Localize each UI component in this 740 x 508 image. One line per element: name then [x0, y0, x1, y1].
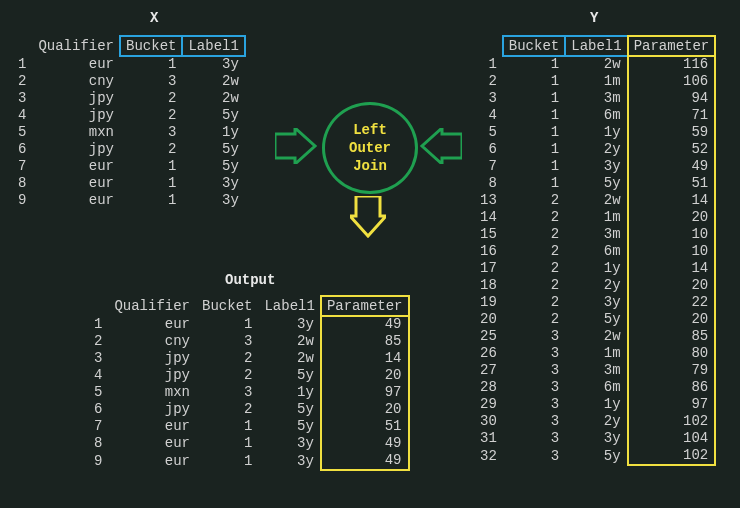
table-row: 1822y20	[474, 277, 715, 294]
table-row: 6jpy25y20	[88, 401, 409, 418]
arrow-right-to-join	[418, 128, 462, 164]
table-row: 612y52	[474, 141, 715, 158]
arrow-down-to-output	[350, 196, 386, 240]
table-row: 3133y104	[474, 430, 715, 447]
table-row: 8eur13y	[12, 175, 245, 192]
table-row: 6jpy25y	[12, 141, 245, 158]
table-row: 3235y102	[474, 447, 715, 465]
table-row: 8eur13y49	[88, 435, 409, 452]
table-row: 2cny32w85	[88, 333, 409, 350]
table-row: 1eur13y49	[88, 316, 409, 333]
col-header-idx	[474, 36, 503, 56]
table-row: 2025y20	[474, 311, 715, 328]
table-row: 815y51	[474, 175, 715, 192]
table-row: 313m94	[474, 90, 715, 107]
table-row: 2532w85	[474, 328, 715, 345]
col-header-parameter: Parameter	[628, 36, 716, 56]
table-row: 2cny32w	[12, 73, 245, 90]
title-output: Output	[225, 272, 275, 288]
table-row: 5mxn31y	[12, 124, 245, 141]
table-row: 2836m86	[474, 379, 715, 396]
table-row: 5mxn31y97	[88, 384, 409, 401]
table-row: 3jpy22w	[12, 90, 245, 107]
table-row: 416m71	[474, 107, 715, 124]
table-row: 1322w14	[474, 192, 715, 209]
table-row: 1421m20	[474, 209, 715, 226]
table-row: 4jpy25y	[12, 107, 245, 124]
col-header-idx	[12, 36, 32, 56]
table-row: 1923y22	[474, 294, 715, 311]
table-row: 2931y97	[474, 396, 715, 413]
table-row: 713y49	[474, 158, 715, 175]
diagram-stage: X Y Output QualifierBucketLabel11eur13y2…	[0, 0, 740, 508]
table-row: 1eur13y	[12, 56, 245, 73]
table-row: 9eur13y49	[88, 452, 409, 470]
table-row: 7eur15y51	[88, 418, 409, 435]
col-header-label1: Label1	[258, 296, 320, 316]
col-header-label1: Label1	[565, 36, 627, 56]
table-y: BucketLabel1Parameter112w116211m106313m9…	[474, 36, 716, 466]
col-header-qualifier: Qualifier	[108, 296, 196, 316]
title-y: Y	[590, 10, 598, 26]
table-row: 1721y14	[474, 260, 715, 277]
table-row: 4jpy25y20	[88, 367, 409, 384]
table-row: 112w116	[474, 56, 715, 73]
col-header-label1: Label1	[182, 36, 244, 56]
col-header-parameter: Parameter	[321, 296, 409, 316]
col-header-bucket: Bucket	[196, 296, 258, 316]
svg-marker-2	[350, 196, 386, 236]
join-oval: Left Outer Join	[322, 102, 418, 194]
table-x: QualifierBucketLabel11eur13y2cny32w3jpy2…	[12, 36, 245, 209]
table-row: 2631m80	[474, 345, 715, 362]
svg-marker-0	[275, 128, 315, 164]
table-row: 1626m10	[474, 243, 715, 260]
arrow-left-to-join	[275, 128, 319, 164]
table-row: 1523m10	[474, 226, 715, 243]
table-row: 7eur15y	[12, 158, 245, 175]
col-header-idx	[88, 296, 108, 316]
join-label: Left Outer Join	[349, 121, 391, 175]
table-row: 211m106	[474, 73, 715, 90]
col-header-qualifier: Qualifier	[32, 36, 120, 56]
table-row: 511y59	[474, 124, 715, 141]
title-x: X	[150, 10, 158, 26]
col-header-bucket: Bucket	[503, 36, 565, 56]
table-output: QualifierBucketLabel1Parameter1eur13y492…	[88, 296, 410, 471]
svg-marker-1	[422, 128, 462, 164]
col-header-bucket: Bucket	[120, 36, 182, 56]
table-row: 3032y102	[474, 413, 715, 430]
table-row: 3jpy22w14	[88, 350, 409, 367]
table-row: 9eur13y	[12, 192, 245, 209]
table-row: 2733m79	[474, 362, 715, 379]
